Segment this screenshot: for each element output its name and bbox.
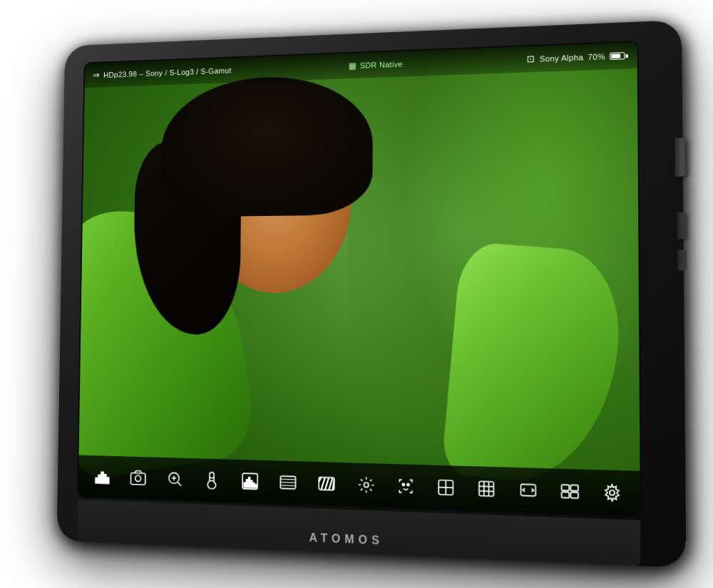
svg-rect-3 [103, 474, 106, 483]
power-button[interactable] [674, 138, 686, 176]
crosshair-button[interactable] [430, 470, 462, 504]
svg-line-26 [322, 477, 325, 490]
svg-line-35 [438, 487, 453, 488]
histogram-icon [93, 467, 111, 485]
battery-body [610, 52, 625, 60]
face-detect-icon [396, 476, 415, 495]
monitor-screen[interactable]: ⇒ HDp23.98 – Sony / S-Log3 / S-Gamut ▦ S… [78, 42, 640, 516]
svg-rect-0 [96, 478, 98, 483]
battery-fill [611, 53, 620, 58]
waveform-button[interactable] [235, 465, 265, 497]
svg-rect-19 [255, 484, 257, 487]
svg-line-40 [479, 490, 493, 491]
battery-indicator [610, 51, 628, 59]
svg-line-39 [479, 486, 493, 487]
status-center: ▦ SDR Native [231, 53, 527, 75]
svg-line-21 [280, 479, 295, 480]
svg-rect-16 [248, 477, 250, 487]
sd-card-slot-2 [677, 249, 687, 270]
input-format-text: HDp23.98 – Sony / S-Log3 / S-Gamut [103, 66, 232, 78]
focus-assist-icon [356, 475, 375, 494]
svg-rect-1 [98, 475, 101, 483]
thermometer-icon [203, 470, 221, 490]
face-detect-button[interactable] [390, 470, 422, 502]
frame-guides-icon [560, 481, 580, 501]
camera-icon: ⊡ [527, 53, 535, 65]
zebra-icon [317, 474, 336, 493]
settings-button[interactable] [595, 475, 630, 510]
sd-card-slot-1 [677, 212, 686, 239]
histogram-button[interactable] [87, 460, 116, 492]
zoom-button[interactable] [160, 463, 190, 495]
grid-button[interactable] [471, 472, 503, 505]
svg-rect-36 [479, 481, 493, 496]
svg-line-8 [178, 482, 182, 485]
waveform-icon: ▦ [349, 60, 356, 71]
status-right: ⊡ Sony Alpha 70% [527, 49, 628, 65]
photo-background [78, 42, 640, 516]
aspect-ratio-button[interactable] [511, 473, 545, 507]
crosshair-icon [436, 478, 456, 497]
aspect-ratio-icon [518, 480, 538, 500]
device-body: ⇒ HDp23.98 – Sony / S-Log3 / S-Gamut ▦ S… [57, 19, 687, 567]
svg-point-31 [402, 483, 404, 485]
zoom-icon [166, 469, 184, 488]
battery-percent-text: 70% [588, 52, 605, 61]
svg-rect-43 [570, 485, 578, 490]
svg-rect-15 [246, 479, 247, 487]
zebra-button[interactable] [311, 467, 342, 500]
input-arrow-icon: ⇒ [93, 69, 100, 80]
svg-rect-42 [562, 485, 569, 490]
atomos-device: ⇒ HDp23.98 – Sony / S-Log3 / S-Gamut ▦ S… [29, 16, 684, 572]
grid-icon [477, 478, 496, 498]
svg-rect-18 [252, 483, 254, 488]
battery-tip [626, 53, 628, 57]
svg-point-46 [610, 490, 615, 495]
svg-rect-14 [244, 483, 245, 488]
svg-line-22 [280, 482, 295, 483]
svg-rect-2 [101, 472, 103, 483]
frame-guides-button[interactable] [553, 474, 587, 508]
svg-point-32 [407, 483, 409, 485]
svg-rect-5 [130, 473, 145, 485]
svg-point-6 [135, 475, 140, 481]
gradient-button[interactable] [272, 466, 303, 499]
atomos-brand-text: ATOMOS [309, 531, 384, 547]
svg-rect-17 [250, 480, 252, 488]
camera-icon [129, 468, 146, 487]
status-left: ⇒ HDp23.98 – Sony / S-Log3 / S-Gamut [93, 64, 232, 80]
display-mode-text: SDR Native [360, 59, 403, 69]
color-temp-button[interactable] [197, 464, 227, 496]
svg-line-28 [329, 478, 332, 490]
svg-rect-45 [570, 492, 578, 497]
photo-capture-button[interactable] [123, 462, 153, 493]
waveform-icon [241, 471, 259, 490]
svg-line-27 [325, 477, 329, 490]
svg-rect-44 [562, 492, 569, 497]
gradient-icon [279, 473, 297, 492]
camera-name-text: Sony Alpha [540, 53, 584, 63]
hair [160, 73, 373, 217]
svg-rect-4 [106, 477, 108, 483]
svg-line-23 [280, 485, 295, 485]
svg-point-30 [364, 483, 369, 488]
settings-gear-icon [602, 483, 622, 502]
focus-assist-button[interactable] [350, 468, 381, 501]
